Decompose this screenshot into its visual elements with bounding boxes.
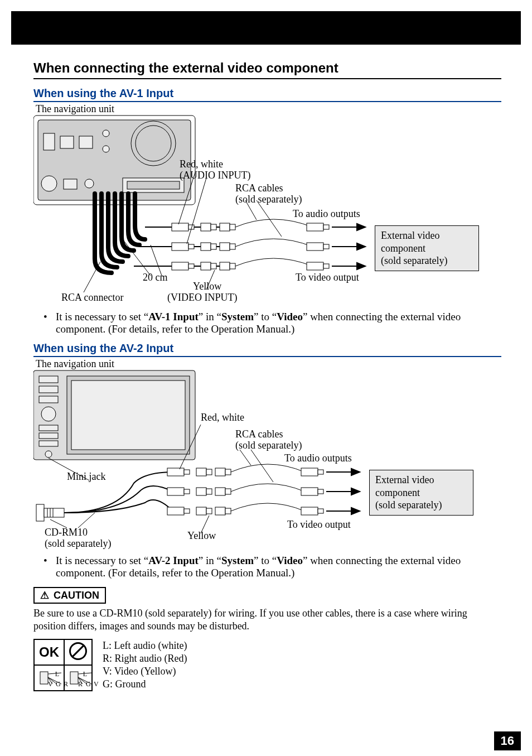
svg-rect-60 <box>39 396 58 403</box>
svg-line-104 <box>251 450 273 482</box>
ok-connector-cell: L V G R <box>34 665 64 691</box>
svg-rect-38 <box>323 244 329 249</box>
av2-red-white-label: Red, white <box>201 412 244 423</box>
page-content: English When connecting the external vid… <box>0 45 532 702</box>
svg-point-11 <box>85 179 94 188</box>
svg-line-52 <box>151 245 162 276</box>
legend-g: G: Ground <box>103 678 187 690</box>
svg-rect-63 <box>39 433 58 439</box>
av2-heading: When using the AV-2 Input <box>33 342 501 357</box>
svg-rect-22 <box>188 264 194 268</box>
svg-rect-30 <box>230 244 235 249</box>
svg-rect-6 <box>79 136 93 148</box>
svg-rect-77 <box>196 468 206 476</box>
legend-r: R: Right audio (Red) <box>103 653 187 664</box>
svg-rect-94 <box>318 509 323 513</box>
svg-rect-92 <box>318 489 323 494</box>
av2-to-audio-label: To audio outputs <box>284 452 352 464</box>
svg-rect-80 <box>225 469 231 475</box>
svg-point-8 <box>103 146 109 152</box>
svg-rect-21 <box>172 262 188 270</box>
svg-rect-17 <box>172 223 188 231</box>
svg-rect-87 <box>215 507 225 515</box>
svg-rect-93 <box>301 507 318 515</box>
av1-diagram: The navigation unit Red, white (AUDIO IN… <box>33 105 491 306</box>
av1-to-video-label: To video output <box>296 272 359 283</box>
ext-l3: (sold separately) <box>381 255 447 266</box>
svg-rect-31 <box>201 262 211 270</box>
ext-l2: component <box>381 243 425 254</box>
ok-table: OK L V G R L R <box>33 639 93 691</box>
svg-rect-89 <box>301 468 318 476</box>
svg-rect-24 <box>211 224 216 230</box>
svg-rect-13 <box>127 181 180 189</box>
svg-line-54 <box>84 262 100 292</box>
svg-marker-44 <box>357 243 365 250</box>
svg-point-7 <box>103 130 109 137</box>
caution-body: Be sure to use a CD-RM10 (sold separatel… <box>33 607 501 633</box>
av2-to-video-label: To video output <box>287 519 351 531</box>
av2-minijack-label: Mini jack <box>67 471 106 483</box>
svg-line-50 <box>257 200 282 237</box>
av1-to-audio-label: To audio outputs <box>293 208 360 220</box>
svg-rect-25 <box>220 223 230 231</box>
av1-video-input-label: (VIDEO INPUT) <box>167 292 237 304</box>
svg-rect-88 <box>225 508 231 514</box>
svg-rect-28 <box>211 244 216 249</box>
svg-marker-46 <box>357 263 365 269</box>
svg-rect-64 <box>39 441 58 446</box>
av1-note: It is necessary to set “AV-1 Input” in “… <box>56 311 501 335</box>
svg-rect-85 <box>196 507 206 515</box>
svg-rect-81 <box>196 488 206 495</box>
svg-rect-90 <box>318 470 323 474</box>
av2-cdrm-label: CD-RM10 <box>45 527 88 538</box>
header-black-bar <box>11 11 521 45</box>
svg-rect-82 <box>206 489 212 494</box>
svg-rect-76 <box>184 509 190 513</box>
svg-marker-98 <box>351 488 360 495</box>
av1-heading: When using the AV-1 Input <box>33 87 501 102</box>
svg-rect-23 <box>201 223 211 231</box>
legend-v: V: Video (Yellow) <box>103 666 187 677</box>
svg-rect-29 <box>220 243 230 251</box>
av2-yellow-label: Yellow <box>187 530 216 542</box>
ext-l1: External video <box>381 230 439 241</box>
svg-rect-10 <box>64 179 77 189</box>
av2-nav-unit-label: The navigation unit <box>36 358 114 370</box>
av1-external-box: External video component (sold separatel… <box>375 225 479 271</box>
svg-rect-84 <box>225 489 231 494</box>
av1-yellow-label: Yellow <box>193 281 221 292</box>
av2-rca-cables-label: RCA cables <box>235 428 283 440</box>
av1-audio-input-label: (AUDIO INPUT) <box>180 170 250 181</box>
svg-rect-32 <box>211 263 216 269</box>
legend-l: L: Left audio (white) <box>103 640 187 652</box>
svg-rect-58 <box>39 376 58 383</box>
svg-rect-35 <box>307 223 323 231</box>
ext2-l2: component <box>375 487 420 498</box>
svg-rect-26 <box>230 224 235 230</box>
svg-rect-113 <box>70 672 78 684</box>
svg-line-106 <box>78 513 95 528</box>
svg-point-9 <box>41 176 57 191</box>
svg-rect-66 <box>36 504 44 521</box>
svg-line-103 <box>240 450 251 465</box>
av2-note: It is necessary to set “AV-2 Input” in “… <box>56 555 501 579</box>
caution-label: CAUTION <box>54 590 99 601</box>
av1-svg <box>33 105 491 306</box>
svg-rect-108 <box>40 672 48 684</box>
svg-rect-19 <box>172 243 188 251</box>
svg-marker-96 <box>351 469 360 475</box>
svg-rect-20 <box>188 244 194 249</box>
svg-rect-4 <box>43 133 55 150</box>
svg-rect-67 <box>44 508 64 517</box>
svg-rect-5 <box>60 136 74 148</box>
svg-marker-100 <box>351 508 360 514</box>
av1-rca-connector-label: RCA connector <box>61 292 123 304</box>
ext2-l3: (sold separately) <box>375 499 442 511</box>
ext2-l1: External video <box>375 474 434 485</box>
svg-rect-62 <box>39 425 58 431</box>
av2-cdrm-sep-label: (sold separately) <box>45 538 111 550</box>
forbidden-icon <box>69 642 87 660</box>
av2-diagram: The navigation unit Red, white RCA cable… <box>33 360 491 550</box>
av1-sold-sep-label: (sold separately) <box>235 194 302 205</box>
